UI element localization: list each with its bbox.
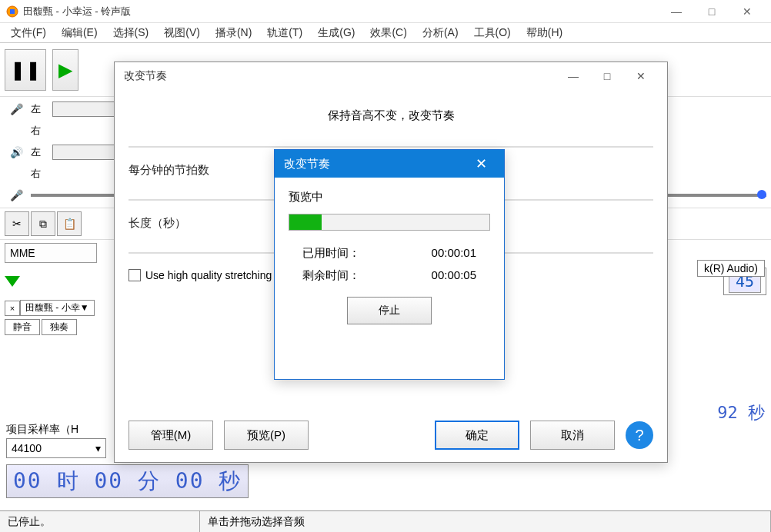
audio-host-value: MME [10,247,35,259]
mic-icon: 🎤 [5,189,28,201]
meter-right-label: 右 [31,124,49,138]
playback-right-label: 右 [31,167,49,181]
status-hint: 单击并拖动选择音频 [200,511,771,532]
progress-dialog: 改变节奏 ✕ 预览中 已用时间： 00:00:01 剩余时间： 00:00:05… [274,149,505,380]
elapsed-value: 00:00:01 [432,246,476,261]
dialog-titlebar[interactable]: 改变节奏 — □ ✕ [115,62,667,90]
cut-button[interactable]: ✂ [5,211,29,236]
cancel-button[interactable]: 取消 [530,421,615,450]
dialog-title: 改变节奏 [124,69,556,83]
remaining-value: 00:00:05 [432,268,476,283]
play-cursor-icon [5,276,20,287]
paste-button[interactable]: 📋 [57,211,82,236]
record-meter[interactable] [52,101,122,117]
length-label: 长度（秒） [128,216,186,231]
selection-end-readout[interactable]: 92 秒 [717,401,765,424]
progress-title: 改变节奏 [284,157,467,171]
progress-titlebar[interactable]: 改变节奏 ✕ [275,150,504,178]
hq-stretching-checkbox[interactable] [128,269,141,281]
track-name-dropdown[interactable]: 田馥甄 - 小幸▼ [20,300,95,316]
preview-button[interactable]: 预览(P) [224,421,309,450]
window-maximize-button[interactable]: □ [694,0,729,23]
recording-device-combo[interactable]: k(R) Audio) [697,260,765,277]
menu-edit[interactable]: 编辑(E) [54,25,105,42]
menu-select[interactable]: 选择(S) [105,25,157,42]
pause-button[interactable]: ❚❚ [5,49,46,91]
menu-effect[interactable]: 效果(C) [362,25,414,42]
menu-view[interactable]: 视图(V) [156,25,208,42]
stop-button[interactable]: 停止 [347,297,432,324]
speaker-icon: 🔊 [5,146,28,158]
svg-rect-1 [10,9,15,14]
menu-analyze[interactable]: 分析(A) [415,25,466,42]
track-close-button[interactable]: × [5,301,20,316]
progress-bar-fill [289,214,322,230]
menu-generate[interactable]: 生成(G) [310,25,362,42]
ok-button[interactable]: 确定 [435,421,519,450]
manage-button[interactable]: 管理(M) [128,421,213,450]
menubar: 文件(F) 编辑(E) 选择(S) 视图(V) 播录(N) 轨道(T) 生成(G… [0,23,771,43]
meter-left-label: 左 [31,102,49,116]
play-button[interactable]: ▶ [52,49,78,91]
recording-device-value: k(R) Audio) [704,262,758,274]
project-rate-value: 44100 [12,442,42,454]
chevron-down-icon: ▾ [95,442,101,454]
dialog-heading: 保持音高不变，改变节奏 [128,108,653,123]
menu-file[interactable]: 文件(F) [3,25,54,42]
playback-meter[interactable] [52,145,122,160]
dialog-minimize-button[interactable]: — [556,65,590,87]
previewing-label: 预览中 [289,190,490,204]
dialog-close-button[interactable]: ✕ [624,65,658,87]
elapsed-label: 已用时间： [302,246,360,261]
remaining-label: 剩余时间： [302,268,360,283]
project-rate-combo[interactable]: 44100 ▾ [6,438,106,458]
menu-tracks[interactable]: 轨道(T) [259,25,310,42]
status-state: 已停止。 [0,511,200,532]
audacity-logo-icon [6,5,18,18]
dialog-maximize-button[interactable]: □ [590,65,624,87]
track-solo-button[interactable]: 独奏 [42,319,77,335]
menu-transport[interactable]: 播录(N) [208,25,259,42]
progress-bar [289,214,490,231]
window-minimize-button[interactable]: — [659,0,694,23]
window-title: 田馥甄 - 小幸运 - 铃声版 [23,5,659,18]
menu-help[interactable]: 帮助(H) [519,25,570,42]
audio-host-combo[interactable]: MME [5,243,97,263]
selection-time-readout[interactable]: 00 时 00 分 00 秒 [6,464,249,498]
track-mute-button[interactable]: 静音 [5,319,40,335]
track-name-label: 田馥甄 - 小幸▼ [25,301,89,314]
copy-button[interactable]: ⧉ [31,211,55,236]
progress-close-button[interactable]: ✕ [467,155,495,172]
playback-left-label: 左 [31,145,49,159]
bpm-label: 每分钟的节拍数 [128,163,209,178]
help-button[interactable]: ? [626,421,653,449]
window-close-button[interactable]: ✕ [729,0,765,23]
statusbar: 已停止。 单击并拖动选择音频 [0,510,771,532]
menu-tools[interactable]: 工具(O) [466,25,519,42]
mic-icon: 🎤 [5,103,28,115]
main-titlebar: 田馥甄 - 小幸运 - 铃声版 — □ ✕ [0,0,771,23]
